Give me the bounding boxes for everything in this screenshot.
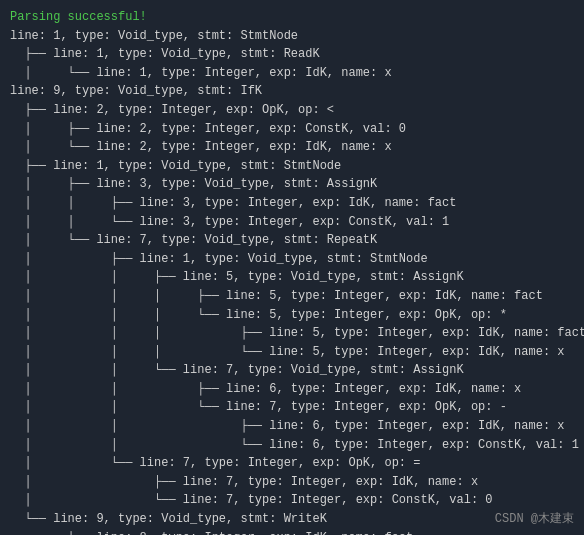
terminal-line: │ │ │ ├── line: 5, type: Integer, exp: I… xyxy=(10,287,574,306)
terminal-line: │ └── line: 1, type: Integer, exp: IdK, … xyxy=(10,64,574,83)
terminal-line: │ ├── line: 2, type: Integer, exp: Const… xyxy=(10,120,574,139)
terminal-line: │ └── line: 7, type: Integer, exp: OpK, … xyxy=(10,454,574,473)
terminal-line: │ │ ├── line: 6, type: Integer, exp: IdK… xyxy=(10,417,574,436)
terminal-line: │ │ │ └── line: 5, type: Integer, exp: I… xyxy=(10,343,574,362)
terminal-line: ├── line: 2, type: Integer, exp: OpK, op… xyxy=(10,101,574,120)
terminal-line: │ │ ├── line: 6, type: Integer, exp: IdK… xyxy=(10,380,574,399)
terminal-output: Parsing successful!line: 1, type: Void_t… xyxy=(0,0,584,535)
terminal-line: Parsing successful! xyxy=(10,8,574,27)
terminal-line: line: 9, type: Void_type, stmt: IfK xyxy=(10,82,574,101)
terminal-line: │ │ └── line: 7, type: Void_type, stmt: … xyxy=(10,361,574,380)
terminal-line: │ │ └── line: 3, type: Integer, exp: Con… xyxy=(10,213,574,232)
terminal-line: └── line: 9, type: Void_type, stmt: Writ… xyxy=(10,510,574,529)
watermark: CSDN @木建束 xyxy=(495,510,574,527)
terminal-line: ├── line: 1, type: Void_type, stmt: Read… xyxy=(10,45,574,64)
terminal-line: │ ├── line: 3, type: Void_type, stmt: As… xyxy=(10,175,574,194)
terminal-line: │ │ ├── line: 5, type: Void_type, stmt: … xyxy=(10,268,574,287)
terminal-line: │ └── line: 7, type: Integer, exp: Const… xyxy=(10,491,574,510)
terminal-line: ├── line: 1, type: Void_type, stmt: Stmt… xyxy=(10,157,574,176)
terminal-line: line: 1, type: Void_type, stmt: StmtNode xyxy=(10,27,574,46)
terminal-line: │ │ └── line: 6, type: Integer, exp: Con… xyxy=(10,436,574,455)
terminal-line: │ │ └── line: 7, type: Integer, exp: OpK… xyxy=(10,398,574,417)
terminal-line: │ ├── line: 1, type: Void_type, stmt: St… xyxy=(10,250,574,269)
terminal-line: │ └── line: 2, type: Integer, exp: IdK, … xyxy=(10,138,574,157)
terminal-line: │ │ ├── line: 3, type: Integer, exp: IdK… xyxy=(10,194,574,213)
terminal-line: │ │ │ └── line: 5, type: Integer, exp: O… xyxy=(10,306,574,325)
terminal-line: │ │ │ ├── line: 5, type: Integer, exp: I… xyxy=(10,324,574,343)
terminal-line: └── line: 8, type: Integer, exp: IdK, na… xyxy=(10,529,574,535)
terminal-line: │ └── line: 7, type: Void_type, stmt: Re… xyxy=(10,231,574,250)
terminal-line: │ ├── line: 7, type: Integer, exp: IdK, … xyxy=(10,473,574,492)
